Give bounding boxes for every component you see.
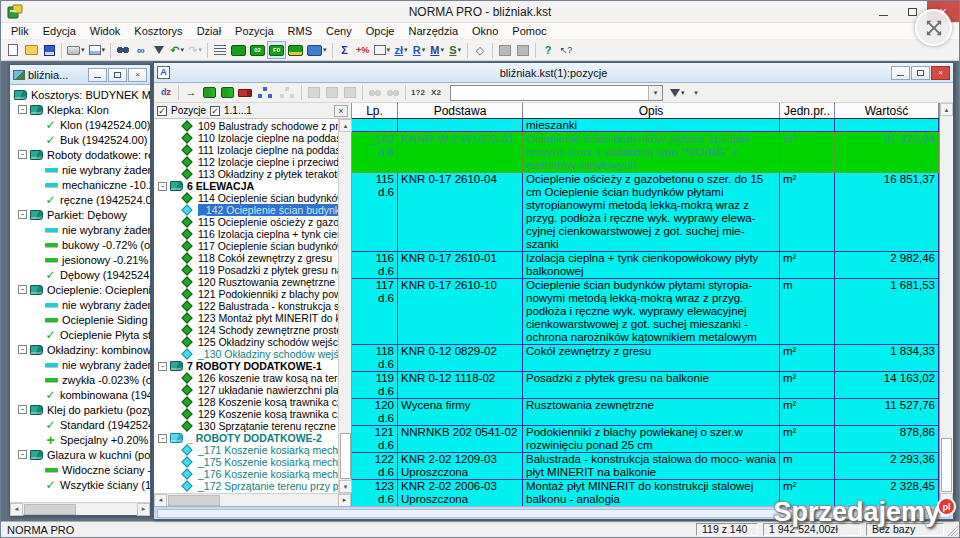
m-icon[interactable]: M▾ (428, 41, 446, 59)
variants-titlebar[interactable]: bliźnia... × (10, 65, 150, 85)
position-tree-item[interactable]: 119 Posadzki z płytek gresu na balk (154, 264, 338, 276)
new-document-icon[interactable] (4, 41, 22, 59)
undo-icon[interactable]: ↶▾ (168, 41, 186, 59)
block-a-icon[interactable] (496, 41, 514, 59)
position-tree-item[interactable]: 115 Ocieplenie ościeży z gazobetonu (154, 216, 338, 228)
menu-item-plik[interactable]: Plik (4, 24, 36, 38)
filter-extra-dropdown[interactable]: ▾ (687, 84, 705, 102)
menu-item-opcje[interactable]: Opcje (359, 24, 402, 38)
column-header-podstawa[interactable]: Podstawa (398, 103, 523, 118)
filter-close-icon[interactable]: × (334, 105, 348, 117)
positions-maximize-button[interactable] (911, 66, 930, 80)
table-row-selected[interactable]: _142d.6KNNR-W 2 W1603-01Ocieplenie ścian… (352, 132, 939, 173)
table-vscrollbar[interactable]: ▴ ▾ (939, 103, 953, 506)
variant-tree-item[interactable]: -Roboty dodatkowe: ręczn (10, 147, 150, 162)
position-tree-item[interactable]: 126 koszenie traw kosą na terenie p (154, 372, 338, 384)
tree-expander-icon[interactable]: - (18, 210, 27, 219)
column-header-lp[interactable]: Lp. (352, 103, 398, 118)
find-next-icon[interactable] (384, 84, 402, 102)
variant-tree-item[interactable]: bukowy -0.72% (ok. 19 (10, 237, 150, 252)
variants-hscrollbar[interactable]: ◂ ▸ (10, 502, 150, 515)
menu-item-pozycja[interactable]: Pozycja (228, 24, 281, 38)
r-icon[interactable]: R▾ (410, 41, 428, 59)
s-icon[interactable]: S▾ (446, 41, 464, 59)
menu-item-okno[interactable]: Okno (465, 24, 505, 38)
variants-minimize-button[interactable] (88, 68, 107, 82)
position-tree-item[interactable]: 127 układanie nawierzchni placów z (154, 384, 338, 396)
position-tree-item[interactable]: 120 Rusztowania zewnętrzne (154, 276, 338, 288)
menu-item-rms[interactable]: RMS (281, 24, 319, 38)
position-tree-item[interactable]: _172 Sprzątanie terenu przy pomocy (154, 480, 338, 492)
block-b-icon[interactable] (514, 41, 532, 59)
zl-icon[interactable]: zł▾ (392, 41, 410, 59)
variant-tree-item[interactable]: -Klepka: Klon (10, 102, 150, 117)
positions-window-icon[interactable]: A (157, 66, 170, 79)
tool-b-icon[interactable] (323, 84, 341, 102)
variant-tree-item[interactable]: zwykła -0.023% (ok. 19 (10, 372, 150, 387)
positions-tree-vscrollbar[interactable]: ▴ ▾ (338, 119, 351, 493)
tree-expander-icon[interactable]: - (158, 362, 167, 371)
position-tree-item[interactable]: _130 Okładziny schodów wejściowy (154, 348, 338, 360)
scroll-thumb[interactable] (168, 495, 220, 506)
table-row[interactable]: 115d.6KNR 0-17 2610-04Ocieplenie ościeży… (352, 173, 939, 252)
renumber-icon[interactable]: 1?2 (409, 84, 427, 102)
variant-tree-item[interactable]: nie wybrany żaden war (10, 222, 150, 237)
position-tree-item[interactable]: -_ ROBOTY DODATKOWE-2 (154, 432, 338, 444)
table-row[interactable]: mieszanki (352, 119, 939, 132)
view-02-icon[interactable]: 02 (248, 41, 267, 59)
position-tree-item[interactable]: 114 Ocieplenie ścian budynków z ga (154, 192, 338, 204)
scroll-thumb[interactable] (24, 504, 76, 515)
variant-tree-item[interactable]: -Ocieplenie: Ocieplenie Pły (10, 282, 150, 297)
variant-tree-item[interactable]: -Glazura w kuchni (pozycja (10, 447, 150, 462)
combo-dropdown-icon[interactable]: ▾ (648, 86, 662, 100)
print-preview-icon[interactable]: ▾ (87, 41, 108, 59)
variant-tree-item[interactable]: Ocieplenie Siding -0.3 (10, 312, 150, 327)
table-row[interactable]: 118d.6KNR 0-12 0829-02Cokół zewnętrzy z … (352, 345, 939, 372)
multiply-icon[interactable]: X2 (427, 84, 445, 102)
variant-tree-item[interactable]: ✓Wszytkie ściany (1942 (10, 477, 150, 492)
column-header-warto[interactable]: Wartość (835, 103, 939, 118)
positions-minimize-button[interactable] (891, 66, 910, 80)
insert-chapter-icon[interactable] (218, 84, 236, 102)
scroll-left-icon[interactable]: ◂ (10, 503, 23, 516)
filter-positions-icon[interactable]: ▾ (668, 84, 687, 102)
variant-tree-item[interactable]: mechaniczne -10.2% ( (10, 177, 150, 192)
variant-tree-item[interactable]: nie wybrany żaden war (10, 162, 150, 177)
position-tree-item[interactable]: 130 Sprzątanie terenu ręczne (154, 420, 338, 432)
tree-expander-icon[interactable]: - (18, 285, 27, 294)
context-help-icon[interactable]: ↖? (557, 41, 575, 59)
position-tree-item[interactable]: 128 Koszenie kosą trawnika częścio (154, 396, 338, 408)
structure-alt-icon[interactable] (276, 84, 298, 102)
tree-expander-icon[interactable]: - (18, 105, 27, 114)
save-icon[interactable] (40, 41, 58, 59)
position-tree-item[interactable]: 129 Koszenie kosą trawnika częścio (154, 408, 338, 420)
positions-titlebar[interactable]: A bliźniak.kst(1):pozycje × (154, 63, 953, 83)
position-tree-item[interactable]: 124 Schody zewnętrzne proste (154, 324, 338, 336)
view-plain-icon[interactable]: ▾ (305, 41, 329, 59)
table-row[interactable]: 116d.6KNR 0-17 2610-01Izolacja cieplna +… (352, 252, 939, 279)
table-row[interactable]: 117d.6KNR 0-17 2610-10Ocieplenie ścian b… (352, 279, 939, 345)
position-tree-item[interactable]: 125 Okładziny schodów wejściowyc (154, 336, 338, 348)
diamond-icon[interactable]: ◇ (471, 41, 489, 59)
variant-tree-item[interactable]: ✓Ocieplenie Płyta styrop (10, 327, 150, 342)
variant-tree-item[interactable]: ✓Buk (1942524.00) (10, 132, 150, 147)
scroll-right-icon[interactable]: ▸ (338, 494, 351, 507)
tree-expander-icon[interactable]: - (18, 345, 27, 354)
column-header-opis[interactable]: Opis (523, 103, 780, 118)
positions-tree-hscrollbar[interactable]: ◂ ▸ (154, 493, 351, 506)
scroll-thumb[interactable] (340, 433, 351, 479)
variant-tree-item[interactable]: -Klej do parkietu (pozycja 9 (10, 402, 150, 417)
variant-tree-item[interactable]: -Parkiet: Dębowy (10, 207, 150, 222)
position-tree-item[interactable]: 111 Izolacje cieplne na poddaszu z u (154, 144, 338, 156)
tree-expander-icon[interactable]: - (18, 150, 27, 159)
variants-close-button[interactable]: × (128, 68, 147, 82)
view-kosztorys-icon[interactable] (229, 41, 248, 59)
variant-tree-item[interactable]: ✓Standard (1942524.00) (10, 417, 150, 432)
variant-tree-item[interactable]: Kosztorys: BUDYNEK MIESZKA (10, 87, 150, 102)
variant-tree-item[interactable]: jesionowy -0.21% (ok. (10, 252, 150, 267)
variant-tree-item[interactable]: nie wybrany żaden war (10, 297, 150, 312)
position-tree-item[interactable]: 112 Izolacje cieplne i przeciwdźwięk (154, 156, 338, 168)
numbering-checkbox[interactable]: ✓ (210, 106, 220, 116)
table-row[interactable]: 119d.6KNR 0-12 1118-02Posadzki z płytek … (352, 372, 939, 399)
position-tree-item[interactable]: -7 ROBOTY DODATKOWE-1 (154, 360, 338, 372)
